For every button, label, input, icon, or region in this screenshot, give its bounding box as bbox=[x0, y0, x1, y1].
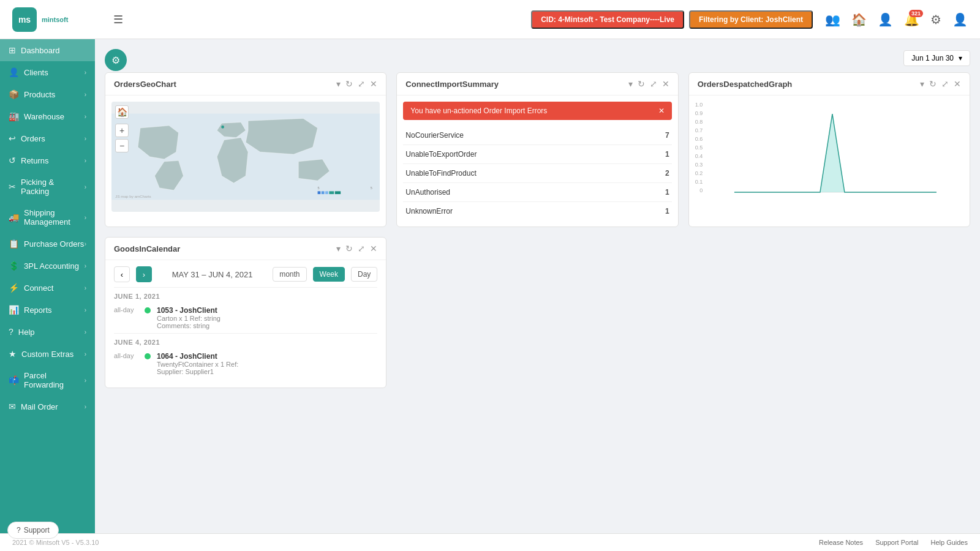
chevron-icon-8: › bbox=[85, 241, 86, 247]
cal-event-2-title: 1064 - JoshClient bbox=[157, 352, 377, 361]
import-row-4[interactable]: UnAuthorised 1 bbox=[403, 183, 671, 202]
svg-rect-4 bbox=[322, 191, 325, 194]
calendar-refresh-icon[interactable]: ↻ bbox=[345, 244, 353, 253]
import-count-2: 1 bbox=[643, 145, 671, 164]
sidebar-item-clients[interactable]: 👤 Clients › bbox=[0, 61, 95, 83]
import-count-3: 2 bbox=[643, 164, 671, 183]
sidebar-item-custom[interactable]: ★ Custom Extras › bbox=[0, 343, 95, 365]
chevron-icon-5: › bbox=[85, 157, 86, 164]
logo-mark: ms bbox=[12, 7, 37, 32]
main-layout: ⊞ Dashboard 👤 Clients › 📦 Products › 🏭 W… bbox=[0, 39, 980, 533]
sidebar-item-help[interactable]: ? Help › bbox=[0, 321, 95, 343]
import-summary-actions: ▾ ↻ ⤢ ✕ bbox=[628, 79, 669, 89]
calendar-prev-button[interactable]: ‹ bbox=[114, 266, 130, 282]
import-label-3: UnableToFindProduct bbox=[403, 164, 643, 183]
svg-rect-6 bbox=[329, 191, 334, 194]
import-row-2[interactable]: UnableToExportOrder 1 bbox=[403, 145, 671, 164]
footer-support-portal[interactable]: Support Portal bbox=[875, 539, 918, 546]
calendar-day-btn[interactable]: Day bbox=[351, 267, 377, 282]
cal-event-1-dot bbox=[145, 307, 151, 313]
date-range-label: Jun 1 Jun 30 bbox=[911, 54, 954, 62]
import-alert-close-icon[interactable]: ✕ bbox=[658, 107, 665, 115]
import-row-3[interactable]: UnableToFindProduct 2 bbox=[403, 164, 671, 183]
settings-icon[interactable]: ⚙ bbox=[930, 12, 941, 27]
sidebar-item-orders[interactable]: ↩ Orders › bbox=[0, 127, 95, 149]
despatched-graph-actions: ▾ ↻ ⤢ ✕ bbox=[920, 79, 961, 89]
import-label-1: NoCourierService bbox=[403, 126, 643, 145]
settings-fab[interactable]: ⚙ bbox=[105, 49, 127, 71]
date-range-button[interactable]: Jun 1 Jun 30 ▾ bbox=[903, 50, 970, 66]
bell-icon[interactable]: 🔔 321 bbox=[904, 12, 919, 27]
geo-close-icon[interactable]: ✕ bbox=[370, 79, 377, 89]
chevron-icon-10: › bbox=[85, 285, 86, 291]
calendar-controls: ‹ › MAY 31 – JUN 4, 2021 month Week Day bbox=[105, 260, 386, 287]
cid-badge[interactable]: CID: 4-Mintsoft - Test Company----Live bbox=[531, 10, 684, 29]
geo-collapse-icon[interactable]: ▾ bbox=[336, 79, 341, 89]
calendar-next-button[interactable]: › bbox=[136, 266, 152, 282]
users-icon[interactable]: 👥 bbox=[825, 12, 840, 27]
geo-chart-title: OrdersGeoChart bbox=[114, 80, 176, 89]
import-refresh-icon[interactable]: ↻ bbox=[638, 79, 645, 89]
hamburger-icon[interactable]: ☰ bbox=[113, 13, 123, 26]
sidebar-item-dashboard[interactable]: ⊞ Dashboard bbox=[0, 39, 95, 61]
map-home-icon[interactable]: 🏠 bbox=[115, 105, 129, 119]
geo-chart-header: OrdersGeoChart ▾ ↻ ⤢ ✕ bbox=[105, 73, 386, 96]
import-close-icon[interactable]: ✕ bbox=[662, 79, 669, 89]
sidebar-item-reports[interactable]: 📊 Reports › bbox=[0, 299, 95, 321]
sidebar: ⊞ Dashboard 👤 Clients › 📦 Products › 🏭 W… bbox=[0, 39, 95, 533]
sidebar-label-mail: Mail Order bbox=[21, 402, 58, 411]
map-zoom-out-icon[interactable]: − bbox=[115, 139, 129, 152]
footer-links: Release Notes Support Portal Help Guides bbox=[819, 539, 968, 546]
calendar-month-btn[interactable]: month bbox=[273, 267, 306, 282]
filter-badge[interactable]: Filtering by Client: JoshClient bbox=[689, 10, 813, 29]
cal-event-2-detail1: TwentyFtContainer x 1 Ref: bbox=[157, 361, 377, 368]
footer-release-notes[interactable]: Release Notes bbox=[819, 539, 863, 546]
despatched-collapse-icon[interactable]: ▾ bbox=[920, 79, 924, 89]
sidebar-item-purchase[interactable]: 📋 Purchase Orders › bbox=[0, 233, 95, 255]
topnav-icons: 👥 🏠 👤 🔔 321 ⚙ 👤 bbox=[825, 12, 968, 27]
footer-help-guides[interactable]: Help Guides bbox=[930, 539, 968, 546]
import-row-1[interactable]: NoCourierService 7 bbox=[403, 126, 671, 145]
sidebar-item-products[interactable]: 📦 Products › bbox=[0, 83, 95, 105]
import-count-4: 1 bbox=[643, 183, 671, 202]
sidebar-label-help: Help bbox=[18, 328, 35, 337]
calendar-close-icon[interactable]: ✕ bbox=[370, 244, 377, 253]
sidebar-item-picking[interactable]: ✂ Picking & Packing › bbox=[0, 171, 95, 202]
import-summary-header: ConnectImportSummary ▾ ↻ ⤢ ✕ bbox=[397, 73, 677, 96]
support-icon: ? bbox=[17, 526, 21, 534]
import-collapse-icon[interactable]: ▾ bbox=[628, 79, 633, 89]
sidebar-item-connect[interactable]: ⚡ Connect › bbox=[0, 277, 95, 299]
geo-expand-icon[interactable]: ⤢ bbox=[358, 79, 365, 89]
calendar-expand-icon[interactable]: ⤢ bbox=[358, 244, 365, 253]
sidebar-item-parcel[interactable]: 📫 Parcel Forwarding › bbox=[0, 365, 95, 395]
cal-event-1-detail2: Comments: string bbox=[157, 322, 377, 329]
import-row-5[interactable]: UnknownError 1 bbox=[403, 202, 671, 221]
sidebar-label-dashboard: Dashboard bbox=[21, 46, 60, 55]
sidebar-item-warehouse[interactable]: 🏭 Warehouse › bbox=[0, 105, 95, 127]
home-icon[interactable]: 🏠 bbox=[851, 12, 867, 27]
sidebar-item-shipping[interactable]: 🚚 Shipping Management › bbox=[0, 202, 95, 233]
despatched-graph-header: OrdersDespatchedGraph ▾ ↻ ⤢ ✕ bbox=[689, 73, 970, 96]
support-label: Support bbox=[24, 526, 50, 534]
calendar-week-btn[interactable]: Week bbox=[313, 267, 345, 282]
despatched-close-icon[interactable]: ✕ bbox=[954, 79, 961, 89]
import-expand-icon[interactable]: ⤢ bbox=[650, 79, 657, 89]
import-label-4: UnAuthorised bbox=[403, 183, 643, 202]
calendar-widget-header: GoodsInCalendar ▾ ↻ ⤢ ✕ bbox=[105, 238, 386, 260]
sidebar-item-returns[interactable]: ↺ Returns › bbox=[0, 149, 95, 171]
user-icon[interactable]: 👤 bbox=[878, 12, 893, 27]
cal-event-1-title: 1053 - JoshClient bbox=[157, 306, 377, 315]
profile-icon[interactable]: 👤 bbox=[952, 12, 968, 27]
y-axis: 1.0 0.9 0.8 0.7 0.6 0.5 0.4 0.3 0.2 0.1 … bbox=[695, 102, 706, 193]
map-zoom-in-icon[interactable]: + bbox=[115, 124, 129, 137]
cal-event-1-time: all-day bbox=[114, 306, 138, 313]
sidebar-item-3pl[interactable]: 💲 3PL Accounting › bbox=[0, 255, 95, 277]
calendar-collapse-icon[interactable]: ▾ bbox=[336, 244, 341, 253]
sidebar-item-mail[interactable]: ✉ Mail Order › bbox=[0, 395, 95, 418]
despatched-expand-icon[interactable]: ⤢ bbox=[941, 79, 949, 89]
calendar-body: JUNE 1, 2021 all-day 1053 - JoshClient C… bbox=[105, 287, 386, 388]
geo-refresh-icon[interactable]: ↻ bbox=[345, 79, 353, 89]
despatched-refresh-icon[interactable]: ↻ bbox=[929, 79, 937, 89]
support-button[interactable]: ? Support bbox=[7, 522, 59, 539]
calendar-widget: GoodsInCalendar ▾ ↻ ⤢ ✕ ‹ › MAY 31 – JUN… bbox=[105, 237, 386, 388]
